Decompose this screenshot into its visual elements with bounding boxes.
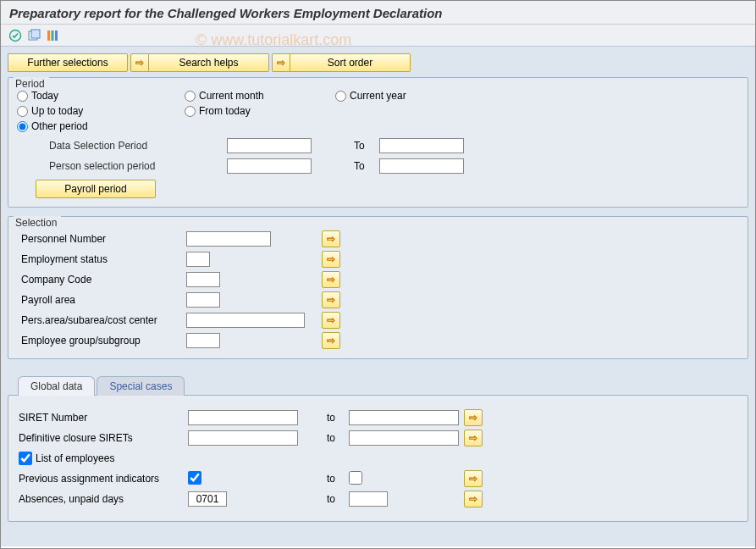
definitive-closure-multselect-button[interactable] bbox=[464, 430, 483, 446]
payroll-area-input[interactable] bbox=[186, 292, 220, 308]
svg-rect-3 bbox=[47, 30, 50, 41]
radio-current-month[interactable]: Current month bbox=[185, 90, 328, 102]
search-helps-arrow-icon[interactable] bbox=[130, 53, 149, 72]
radio-from-today[interactable]: From today bbox=[185, 105, 251, 117]
data-selection-label: Data Selection Period bbox=[49, 140, 227, 152]
company-code-input[interactable] bbox=[186, 272, 220, 287]
absences-label: Absences, unpaid days bbox=[19, 493, 188, 505]
svg-rect-5 bbox=[55, 30, 58, 41]
period-group-title: Period bbox=[14, 77, 49, 90]
svg-rect-4 bbox=[52, 30, 54, 41]
person-selection-to-input[interactable] bbox=[379, 158, 464, 174]
period-group: Period Today Current month Current year … bbox=[8, 77, 748, 208]
app-toolbar bbox=[1, 25, 755, 47]
pers-area-multselect-button[interactable] bbox=[322, 312, 340, 329]
svg-rect-2 bbox=[31, 30, 40, 38]
absences-from-input[interactable] bbox=[188, 491, 227, 507]
definitive-closure-to-label: to bbox=[315, 432, 349, 444]
execute-icon[interactable] bbox=[8, 28, 23, 43]
company-code-label: Company Code bbox=[17, 273, 186, 286]
definitive-closure-from-input[interactable] bbox=[188, 430, 298, 446]
selection-group-title: Selection bbox=[14, 216, 61, 229]
radio-today[interactable]: Today bbox=[17, 90, 178, 102]
person-selection-from-input[interactable] bbox=[227, 158, 312, 174]
prev-assignment-to-label: to bbox=[315, 473, 349, 485]
personnel-number-label: Personnel Number bbox=[17, 232, 186, 246]
tab-special-cases[interactable]: Special cases bbox=[97, 376, 185, 396]
radio-up-to-today-label: Up to today bbox=[31, 105, 83, 117]
employee-group-multselect-button[interactable] bbox=[322, 332, 340, 349]
data-selection-from-input[interactable] bbox=[227, 138, 312, 153]
radio-up-to-today[interactable]: Up to today bbox=[17, 105, 178, 117]
person-selection-label: Person selection period bbox=[49, 160, 227, 172]
sort-order-arrow-icon[interactable] bbox=[272, 53, 290, 72]
absences-to-input[interactable] bbox=[349, 491, 388, 507]
data-selection-to-input[interactable] bbox=[379, 138, 464, 153]
further-selections-button[interactable]: Further selections bbox=[8, 53, 128, 72]
employee-group-label: Employee group/subgroup bbox=[17, 334, 186, 347]
prev-assignment-multselect-button[interactable] bbox=[464, 470, 483, 487]
prev-assignment-to-input[interactable] bbox=[349, 471, 362, 485]
employment-status-multselect-button[interactable] bbox=[322, 251, 340, 268]
personnel-number-input[interactable] bbox=[186, 231, 271, 247]
payroll-area-multselect-button[interactable] bbox=[322, 291, 340, 308]
variants-icon[interactable] bbox=[26, 28, 41, 43]
radio-current-year-label: Current year bbox=[350, 90, 406, 102]
page-title: Preparatory report for the Challenged Wo… bbox=[1, 1, 755, 25]
list-employees-checkbox[interactable]: List of employees bbox=[19, 452, 114, 465]
radio-today-label: Today bbox=[31, 90, 58, 102]
sort-order-button[interactable]: Sort order bbox=[290, 53, 411, 72]
prev-assignment-from-input[interactable] bbox=[188, 471, 201, 485]
company-code-multselect-button[interactable] bbox=[322, 271, 340, 288]
content-area: Further selections Search helps Sort ord… bbox=[1, 47, 755, 546]
absences-to-label: to bbox=[315, 493, 349, 505]
tabstrip: Global data Special cases SIRET Number t… bbox=[8, 376, 748, 522]
employee-group-input[interactable] bbox=[186, 333, 220, 348]
personnel-number-multselect-button[interactable] bbox=[322, 230, 340, 247]
radio-other-period[interactable]: Other period bbox=[17, 120, 88, 132]
dynamic-selections-icon[interactable] bbox=[45, 28, 60, 43]
radio-current-year[interactable]: Current year bbox=[335, 90, 406, 102]
selection-button-row: Further selections Search helps Sort ord… bbox=[8, 53, 748, 72]
selection-group: Selection Personnel Number Employment st… bbox=[8, 216, 748, 359]
radio-from-today-label: From today bbox=[199, 105, 251, 117]
siret-to-label: to bbox=[315, 412, 349, 424]
payroll-period-button[interactable]: Payroll period bbox=[36, 180, 156, 198]
pers-area-label: Pers.area/subarea/cost center bbox=[17, 313, 186, 327]
radio-current-month-label: Current month bbox=[199, 90, 264, 102]
data-selection-to-label: To bbox=[354, 140, 379, 152]
siret-number-from-input[interactable] bbox=[188, 410, 298, 425]
employment-status-label: Employment status bbox=[17, 252, 186, 266]
radio-other-period-label: Other period bbox=[31, 120, 88, 132]
siret-number-multselect-button[interactable] bbox=[464, 409, 483, 426]
prev-assignment-label: Previous assignment indicators bbox=[19, 473, 188, 485]
person-selection-to-label: To bbox=[354, 160, 379, 172]
tab-global-data[interactable]: Global data bbox=[18, 376, 95, 396]
payroll-area-label: Payroll area bbox=[17, 293, 186, 307]
tab-panel-global-data: SIRET Number to Definitive closure SIRET… bbox=[8, 395, 748, 522]
employment-status-input[interactable] bbox=[186, 252, 210, 267]
list-employees-label: List of employees bbox=[36, 452, 114, 464]
absences-multselect-button[interactable] bbox=[464, 491, 483, 507]
search-helps-button[interactable]: Search helps bbox=[149, 53, 269, 72]
pers-area-input[interactable] bbox=[186, 313, 305, 328]
siret-number-label: SIRET Number bbox=[19, 412, 188, 424]
definitive-closure-label: Definitive closure SIRETs bbox=[19, 432, 188, 444]
